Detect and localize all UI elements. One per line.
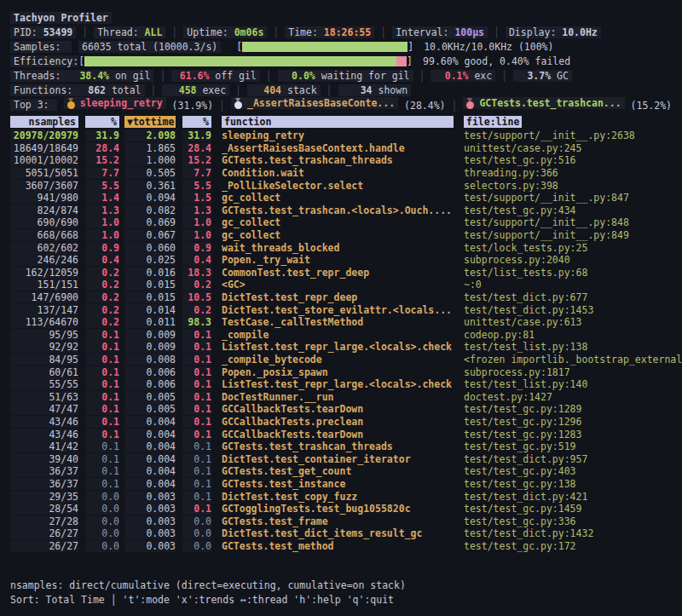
separator-icon: │ (165, 26, 183, 38)
cell-nsamples: 84/95 (10, 354, 78, 366)
cell-pct-direct: 0.2 (85, 267, 119, 279)
threads-label: Threads: (10, 70, 72, 82)
cell-tottime: 0.004 (124, 440, 176, 452)
functions-label: Functions: (10, 84, 72, 96)
cell-file-line: unittest/case.py:613 (464, 316, 672, 328)
efficiency-good-segment (84, 56, 396, 66)
samples-bar-fill (242, 42, 407, 52)
column-header-pct-direct[interactable]: % (85, 116, 119, 128)
cell-pct-direct: 0.1 (85, 465, 119, 477)
cell-function: GCTests.test_get_count (222, 465, 454, 477)
column-header-file[interactable]: file:line (464, 116, 522, 128)
cell-nsamples: 36/37 (10, 478, 78, 490)
table-row: 43/460.10.0040.1GCCallbackTests.preclean… (10, 416, 672, 429)
cell-tottime: 0.015 (124, 279, 176, 291)
cell-tottime: 0.011 (124, 316, 176, 328)
cell-nsamples: 941/980 (10, 192, 78, 204)
cell-pct-cumulative: 0.1 (182, 341, 211, 353)
separator-icon: │ (374, 26, 392, 38)
cell-pct-cumulative: 0.1 (182, 478, 211, 490)
samples-label: Samples: (10, 41, 72, 53)
column-header-nsamples[interactable]: nsamples (10, 116, 78, 128)
cell-tottime: 0.004 (124, 429, 176, 440)
cell-pct-direct: 0.1 (85, 329, 119, 341)
column-header-tottime-sorted[interactable]: ▼tottime (124, 116, 176, 128)
cell-file-line: test/support/__init__.py:849 (464, 229, 672, 241)
cell-pct-direct: 0.0 (85, 540, 119, 552)
cell-pct-cumulative: 5.5 (182, 180, 211, 192)
table-row: 36/370.10.0040.1GCTests.test_get_countte… (10, 465, 672, 478)
cell-pct-direct: 0.4 (85, 254, 119, 266)
top-function-pct: (31.9%) (166, 100, 213, 112)
table-row: 18649/1864928.41.86528.4_AssertRaisesBas… (10, 142, 672, 155)
cell-function: gc_collect (222, 229, 454, 241)
cell-tottime: 0.025 (124, 254, 176, 266)
cell-file-line: test/test_gc.py:1459 (464, 503, 672, 515)
cell-nsamples: 36/37 (10, 465, 78, 477)
cell-tottime: 0.003 (124, 527, 176, 539)
table-row: 29/350.00.0030.1DictTest.test_copy_fuzzt… (10, 490, 672, 503)
table-row: 10001/1000215.21.00015.2GCTests.test_tra… (10, 154, 672, 167)
top-function-pct: (28.4%) (398, 100, 445, 112)
separator-icon: │ (76, 26, 94, 38)
cell-function: wait_threads_blocked (222, 242, 454, 254)
cell-file-line: test/test_dict.py:1432 (464, 527, 672, 539)
separator-icon: │ (267, 26, 285, 38)
cell-function: GCTests.test_trashcan_threads (222, 440, 454, 452)
separator-icon: │ (321, 84, 338, 96)
functions-line: Functions: 862 total│458 exec│404 stack│… (10, 83, 672, 97)
status-item: Display: 10.0Hz (506, 26, 601, 38)
threads-line: Threads: 38.4% on gil│61.6% off gil│0.0%… (10, 68, 672, 83)
cell-file-line: test/test_gc.py:1283 (464, 429, 672, 440)
column-header-pct-cumulative[interactable]: % (182, 116, 211, 128)
cell-tottime: 0.004 (124, 416, 176, 428)
cell-pct-cumulative: 0.1 (182, 440, 211, 452)
separator-icon: │ (413, 70, 431, 82)
top-function: sleeping_retry (64, 97, 166, 109)
cell-nsamples: 162/12059 (10, 267, 78, 279)
column-header-function[interactable]: function (222, 116, 454, 128)
bar-close-bracket: ] (407, 41, 413, 53)
cell-pct-direct: 0.2 (85, 304, 119, 316)
bar-open-bracket: [ (78, 55, 84, 67)
table-row: 28/540.00.0030.1GCTogglingTests.test_bug… (10, 503, 672, 515)
cell-pct-cumulative: 0.1 (182, 429, 211, 440)
threads-items: 38.4% on gil│61.6% off gil│0.0% waiting … (72, 70, 572, 82)
cell-file-line: test/lock_tests.py:25 (464, 242, 672, 254)
cell-pct-cumulative: 0.1 (182, 503, 211, 515)
bronze-medal-icon (466, 98, 474, 109)
cell-pct-cumulative: 0.1 (182, 391, 211, 403)
cell-function: CommonTest.test_repr_deep (222, 267, 454, 279)
cell-file-line: test/test_dict.py:1453 (464, 304, 672, 316)
samples-rate: 10.0KHz/10.0KHz (100%) (424, 41, 553, 53)
cell-pct-cumulative: 15.2 (182, 154, 211, 166)
cell-pct-direct: 5.5 (85, 180, 119, 192)
cell-nsamples: 41/42 (10, 440, 78, 452)
cell-tottime: 0.004 (124, 465, 176, 477)
cell-function: GCCallbackTests.tearDown (222, 403, 454, 415)
efficiency-summary: 99.60% good, 0.40% failed (423, 55, 570, 67)
cell-pct-cumulative: 0.1 (182, 491, 211, 503)
cell-pct-cumulative: 1.0 (182, 229, 211, 241)
thread-stat: 0.1% exc (431, 70, 495, 82)
cell-function: <GC> (222, 279, 454, 291)
cell-file-line: doctest.py:1427 (464, 391, 672, 403)
cell-file-line: subprocess.py:1817 (464, 366, 672, 378)
table-row: 246/2460.40.0250.4Popen._try_waitsubproc… (10, 254, 672, 267)
cell-function: DictTest.test_store_evilattr.<locals... (222, 304, 454, 316)
cell-nsamples: 10001/10002 (10, 154, 78, 166)
cell-pct-direct: 15.2 (85, 154, 119, 166)
cell-tottime: 0.003 (124, 540, 176, 552)
cell-pct-cumulative: 0.1 (182, 453, 211, 465)
samples-progress-bar (242, 42, 407, 52)
table-row: 602/6020.90.0600.9wait_threads_blockedte… (10, 241, 672, 254)
title-line: Tachyon Profiler (10, 10, 672, 25)
efficiency-label: Efficiency: (10, 55, 78, 67)
cell-nsamples: 43/46 (10, 429, 78, 440)
cell-file-line: test/test_dict.py:957 (464, 453, 672, 465)
table-row: 3607/36075.50.3615.5_PollLikeSelector.se… (10, 179, 672, 192)
cell-nsamples: 137/147 (10, 304, 78, 316)
table-row: 84/950.10.0080.1_compile_bytecode<frozen… (10, 354, 672, 366)
cell-nsamples: 668/668 (10, 229, 78, 241)
stats-table: nsamples % ▼tottime % function file:line… (10, 115, 672, 552)
